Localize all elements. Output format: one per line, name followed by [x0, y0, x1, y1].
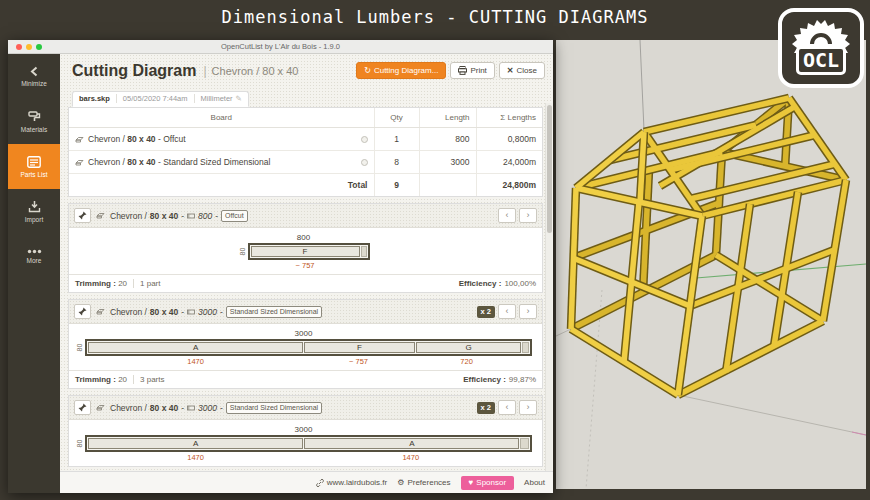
close-window-button[interactable] — [16, 44, 22, 50]
sponsor-button[interactable]: ♥ Sponsor — [461, 476, 515, 490]
prev-bar-button[interactable]: ‹ — [498, 208, 516, 223]
pin-button[interactable] — [74, 208, 91, 223]
table-row[interactable]: Chevron / 80 x 40 - Standard Sized Dimen… — [69, 151, 542, 174]
efficiency-label: Efficiency : — [459, 279, 502, 288]
cutting-diagram-button[interactable]: ↻ Cutting Diagram... — [356, 62, 446, 79]
link-icon — [316, 479, 324, 487]
print-button-label: Print — [470, 66, 486, 75]
part-segment[interactable]: A — [88, 342, 303, 353]
cutting-bar: F — [248, 243, 370, 260]
window-title: OpenCutList by L'Air du Bois - 1.9.0 — [221, 42, 340, 51]
lumber-frame-model — [556, 40, 866, 489]
row-length: 800 — [419, 128, 476, 151]
sidebar-item-import[interactable]: Import — [8, 189, 60, 234]
sidebar-label: Import — [25, 216, 43, 223]
sidebar-item-more[interactable]: More — [8, 234, 60, 279]
part-size: 1470 — [88, 453, 303, 462]
minimize-window-button[interactable] — [26, 44, 32, 50]
section-header: Chevron / 80 x 40 - 800 - Offcut ‹ › — [69, 204, 542, 228]
pin-button[interactable] — [74, 400, 91, 415]
bar-icon — [187, 213, 195, 219]
part-size: ~ 757 — [251, 261, 360, 270]
next-bar-button[interactable]: › — [519, 400, 537, 415]
section-title: Chevron / 80 x 40 - 800 - Offcut — [110, 210, 248, 222]
website-label: www.lairdubois.fr — [327, 478, 387, 487]
sidebar-item-parts-list[interactable]: Parts List — [8, 144, 60, 189]
part-segment[interactable]: A — [88, 438, 303, 449]
efficiency-value: 99,87% — [509, 375, 536, 384]
about-link[interactable]: About — [524, 478, 545, 487]
about-label: About — [524, 478, 545, 487]
close-button[interactable]: ✕ Close — [499, 62, 545, 79]
table-row[interactable]: Chevron / 80 x 40 - Offcut 1 800 0,800m — [69, 128, 542, 151]
cutting-section-offcut: Chevron / 80 x 40 - 800 - Offcut ‹ › — [68, 203, 543, 293]
materials-icon — [28, 110, 41, 123]
part-segment[interactable]: F — [304, 342, 415, 353]
highlight-target-icon[interactable] — [361, 136, 368, 143]
website-link[interactable]: www.lairdubois.fr — [316, 478, 387, 487]
scrollbar[interactable] — [545, 103, 552, 471]
sketchup-viewport — [556, 40, 866, 489]
row-sum: 0,800m — [476, 128, 542, 151]
sidebar-label: Minimize — [21, 80, 47, 87]
parts-count: 3 parts — [140, 375, 164, 384]
col-sum-lengths: Σ Lengths — [476, 108, 542, 128]
ocl-logo: OCL — [778, 8, 864, 88]
scrollbar-thumb[interactable] — [547, 105, 552, 233]
pencil-icon[interactable]: ✎ — [236, 94, 242, 103]
part-segment[interactable]: A — [304, 438, 519, 449]
board-name: Chevron / 80 x 40 - Offcut — [88, 134, 186, 144]
part-size: 1470 — [303, 453, 518, 462]
lumber-icon — [96, 404, 105, 411]
part-size: 1470 — [88, 357, 303, 366]
row-length: 3000 — [419, 151, 476, 174]
next-bar-button[interactable]: › — [519, 304, 537, 319]
cutting-section-standard-1: Chevron / 80 x 40 - 3000 - Standard Size… — [68, 299, 543, 389]
bar-length-label: 800 — [238, 233, 370, 242]
bar-icon — [187, 309, 195, 315]
section-diagram: 3000 80 A A 147 — [69, 420, 542, 466]
section-diagram: 3000 80 A F G — [69, 324, 542, 370]
multiplier-badge: x 2 — [477, 306, 495, 318]
close-button-label: Close — [517, 66, 537, 75]
cutting-bar: A F G — [85, 339, 532, 356]
lumber-icon — [96, 308, 105, 315]
sidebar-item-minimize[interactable]: Minimize — [8, 54, 60, 99]
cutting-section-standard-2: Chevron / 80 x 40 - 3000 - Standard Size… — [68, 395, 543, 467]
unit-label: Millimeter — [201, 94, 233, 103]
col-board: Board — [69, 108, 374, 128]
efficiency-value: 100,00% — [504, 279, 536, 288]
part-segment[interactable]: G — [416, 342, 521, 353]
col-qty: Qty — [374, 108, 419, 128]
parts-count: 1 part — [140, 279, 160, 288]
tag-chip: Standard Sized Dimensional — [226, 306, 322, 318]
tab-row: bars.skp 05/05/2020 7:44am Millimeter ✎ — [60, 87, 553, 103]
multiplier-badge: x 2 — [477, 402, 495, 414]
next-bar-button[interactable]: › — [519, 208, 537, 223]
section-footer: Trimming : 20 3 parts Efficiency :99,87% — [69, 370, 542, 388]
more-dots-icon — [27, 249, 42, 254]
prev-bar-button[interactable]: ‹ — [498, 400, 516, 415]
print-button[interactable]: Print — [450, 62, 494, 79]
tag-chip: Standard Sized Dimensional — [226, 402, 322, 414]
trimming-value: 20 — [118, 279, 127, 288]
table-total-row: Total 9 24,800m — [69, 174, 542, 197]
sidebar-item-materials[interactable]: Materials — [8, 99, 60, 144]
import-icon — [28, 200, 41, 213]
page-heading: Cutting Diagram — [72, 62, 196, 80]
prev-bar-button[interactable]: ‹ — [498, 304, 516, 319]
printer-icon — [458, 66, 467, 75]
sidebar-label: More — [27, 257, 42, 264]
lumber-icon — [75, 159, 84, 166]
bar-width-label: 80 — [239, 248, 246, 256]
pin-button[interactable] — [74, 304, 91, 319]
part-segment[interactable]: F — [251, 246, 360, 257]
highlight-target-icon[interactable] — [361, 159, 368, 166]
tab-unit: Millimeter ✎ — [194, 94, 242, 103]
scroll-area: Board Qty Length Σ Lengths Chevron / 80 … — [60, 103, 553, 471]
zoom-window-button[interactable] — [36, 44, 42, 50]
chevron-left-icon — [29, 66, 40, 77]
preferences-link[interactable]: ⚙ Preferences — [397, 478, 450, 487]
section-header: Chevron / 80 x 40 - 3000 - Standard Size… — [69, 396, 542, 420]
tab-filename: bars.skp — [79, 94, 110, 103]
